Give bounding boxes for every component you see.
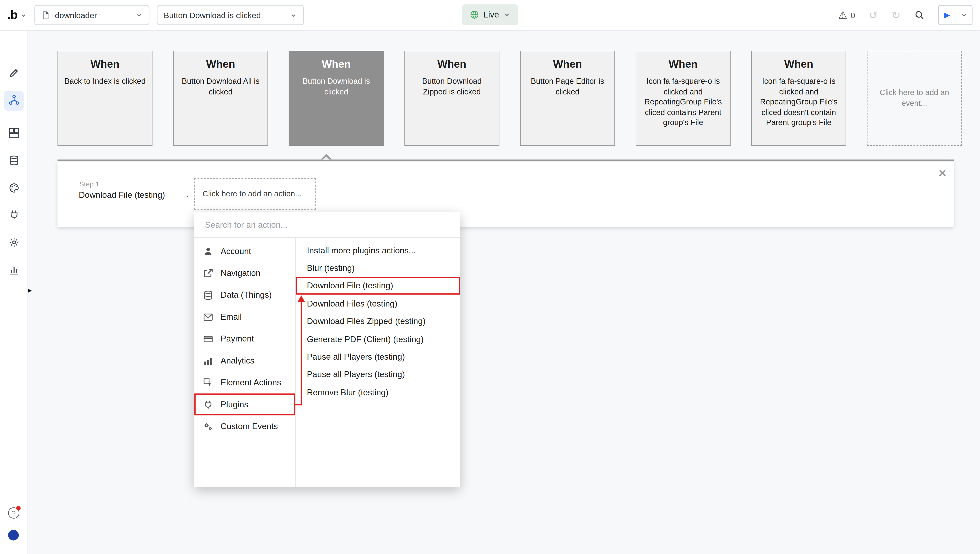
action-generate-pdf-client-testing[interactable]: Generate PDF (Client) (testing) xyxy=(296,330,460,348)
action-picker-body: Account Navigation Data (Things) Email xyxy=(194,238,460,487)
step-action-title[interactable]: Download File (testing) xyxy=(79,190,165,200)
issues-count: 0 xyxy=(851,10,855,19)
credit-card-icon xyxy=(203,334,213,344)
search-icon[interactable] xyxy=(914,10,924,20)
plug-icon xyxy=(203,399,213,409)
action-download-files-zipped-testing[interactable]: Download Files Zipped (testing) xyxy=(296,313,460,330)
page-selector[interactable]: downloader xyxy=(34,5,149,25)
category-account[interactable]: Account xyxy=(194,240,295,262)
workflow-selector[interactable]: Button Download is clicked xyxy=(157,5,304,25)
category-label: Custom Events xyxy=(221,421,278,431)
redo-button[interactable]: ↻ xyxy=(891,10,900,21)
element-pointer-icon xyxy=(203,378,213,388)
category-payment[interactable]: Payment xyxy=(194,328,295,350)
bar-chart-icon xyxy=(8,264,19,278)
category-label: Payment xyxy=(221,334,254,343)
event-card-description: Icon fa fa-square-o is clicked and Repea… xyxy=(636,76,730,128)
category-label: Plugins xyxy=(221,400,248,409)
action-list-column: Install more plugins actions... Blur (te… xyxy=(296,238,460,487)
sidebar-item-workflow[interactable] xyxy=(4,91,24,110)
category-label: Analytics xyxy=(221,356,255,365)
action-picker-popup: Account Navigation Data (Things) Email xyxy=(194,212,460,487)
add-action-button[interactable]: Click here to add an action... xyxy=(194,178,315,209)
action-remove-blur-testing[interactable]: Remove Blur (testing) xyxy=(296,383,460,401)
sidebar-item-design[interactable] xyxy=(4,64,24,84)
events-scroll-track xyxy=(57,160,954,161)
bubble-workflow-editor: .b downloader Button Download is clicked… xyxy=(0,0,980,554)
top-bar-left: .b downloader Button Download is clicked xyxy=(8,0,304,30)
play-icon: ▶ xyxy=(939,11,956,19)
sidebar-item-settings[interactable] xyxy=(4,233,24,253)
event-card[interactable]: When Icon fa fa-square-o is clicked and … xyxy=(751,51,846,146)
category-plugins[interactable]: Plugins xyxy=(194,393,295,415)
category-custom-events[interactable]: Custom Events xyxy=(194,415,295,437)
event-card[interactable]: When Button Page Editor is clicked xyxy=(520,51,615,146)
sidebar-item-data[interactable] xyxy=(4,152,24,171)
action-blur-testing[interactable]: Blur (testing) xyxy=(296,259,460,277)
issues-indicator[interactable]: ⚠ 0 xyxy=(838,10,855,21)
analytics-chart-icon xyxy=(203,356,213,366)
chevron-down-icon xyxy=(503,11,510,18)
category-analytics[interactable]: Analytics xyxy=(194,350,295,372)
action-download-file-testing[interactable]: Download File (testing) xyxy=(296,277,460,295)
layout-grid-icon xyxy=(8,128,19,140)
action-pause-all-players-testing-1[interactable]: Pause all Players (testing) xyxy=(296,348,460,366)
gear-icon xyxy=(8,237,19,250)
event-card[interactable]: When Button Download Zipped is clicked xyxy=(404,51,500,146)
event-card[interactable]: When Back to Index is clicked xyxy=(57,51,153,146)
step-arrow-icon: → xyxy=(181,189,190,200)
event-card[interactable]: When Icon fa fa-square-o is clicked and … xyxy=(636,51,731,146)
event-card-selected[interactable]: When Button Download is clicked xyxy=(289,51,384,146)
page-icon xyxy=(41,10,50,19)
category-email[interactable]: Email xyxy=(194,306,295,327)
category-label: Email xyxy=(221,312,242,321)
action-download-files-testing[interactable]: Download Files (testing) xyxy=(296,295,460,313)
sidebar-item-layout[interactable] xyxy=(4,124,24,144)
category-navigation[interactable]: Navigation xyxy=(194,262,295,284)
annotation-arrow-connector xyxy=(294,404,302,406)
left-sidebar: ? xyxy=(0,30,28,554)
category-element-actions[interactable]: Element Actions xyxy=(194,372,295,393)
sidebar-item-logs[interactable] xyxy=(4,261,24,281)
help-button[interactable]: ? xyxy=(8,507,19,519)
bubble-logo: .b xyxy=(8,8,18,22)
event-card-title: When xyxy=(752,58,845,70)
top-bar: .b downloader Button Download is clicked… xyxy=(0,0,980,31)
step-number-label: Step 1 xyxy=(80,180,99,188)
event-card-title: When xyxy=(174,58,267,70)
sidebar-expand-handle[interactable]: ▸ xyxy=(28,286,32,295)
sidebar-item-styles[interactable] xyxy=(4,179,24,199)
add-event-button[interactable]: Click here to add an event... xyxy=(867,51,962,146)
sidebar-item-plugins[interactable] xyxy=(4,206,24,226)
action-search-input[interactable] xyxy=(194,212,460,238)
page-selector-value: downloader xyxy=(55,10,130,19)
preview-options-button[interactable] xyxy=(956,6,972,24)
event-card-description: Button Download is clicked xyxy=(290,76,383,97)
close-icon[interactable]: × xyxy=(939,166,946,180)
database-icon xyxy=(203,290,213,300)
environment-switcher[interactable]: Live xyxy=(462,4,518,25)
preview-button[interactable]: ▶ xyxy=(938,5,972,25)
workflow-nodes-icon xyxy=(8,94,19,107)
globe-icon xyxy=(470,10,479,19)
database-icon xyxy=(8,155,19,168)
workflow-selector-value: Button Download is clicked xyxy=(164,10,285,19)
action-categories-column: Account Navigation Data (Things) Email xyxy=(194,238,296,487)
event-card-title: When xyxy=(520,58,614,70)
selected-event-caret-fill xyxy=(323,156,330,160)
app-menu-button[interactable]: .b xyxy=(8,8,27,22)
action-pause-all-players-testing-2[interactable]: Pause all Players (testing) xyxy=(296,366,460,383)
event-card[interactable]: When Button Download All is clicked xyxy=(173,51,268,146)
palette-icon xyxy=(8,182,19,195)
annotation-arrow-line xyxy=(301,302,302,406)
share-arrow-icon xyxy=(203,268,213,278)
undo-button[interactable]: ↺ xyxy=(869,10,878,21)
pencil-icon xyxy=(8,67,19,80)
workflow-canvas: When Back to Index is clicked When Butto… xyxy=(27,30,980,554)
user-avatar[interactable] xyxy=(8,530,19,541)
category-label: Navigation xyxy=(221,268,261,278)
category-data-things[interactable]: Data (Things) xyxy=(194,284,295,306)
action-install-more-plugins[interactable]: Install more plugins actions... xyxy=(296,241,460,259)
event-card-description: Button Download Zipped is clicked xyxy=(405,76,499,97)
event-cards-row: When Back to Index is clicked When Butto… xyxy=(57,51,962,146)
